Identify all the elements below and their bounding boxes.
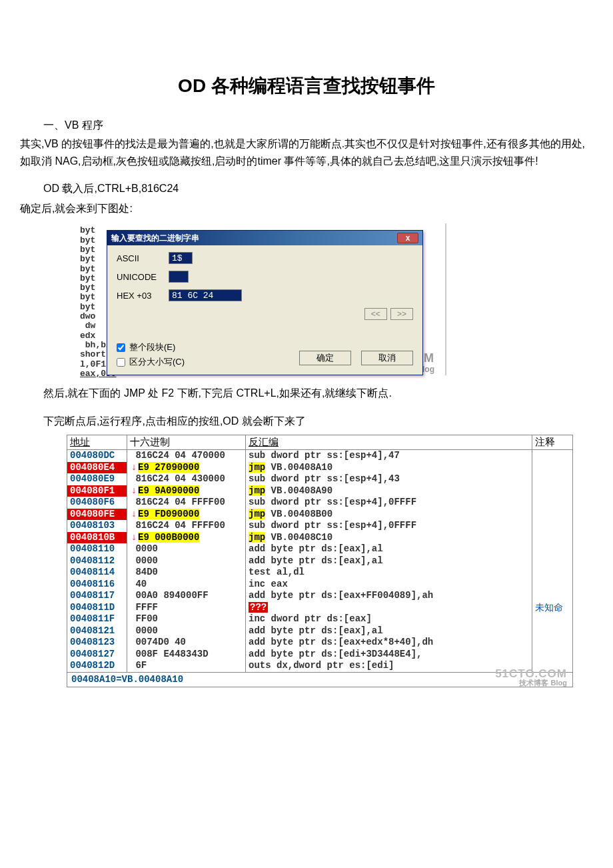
cell-address: 004080FE	[67, 509, 127, 521]
cell-hex: 0000	[127, 555, 246, 567]
cell-address: 0040811D	[67, 602, 127, 614]
ascii-label: ASCII	[117, 253, 169, 263]
disasm-footer: 00408A10=VB.00408A10 51CTO.COM 技术博客 Blog	[67, 672, 572, 687]
hex-input[interactable]: 81 6C 24	[169, 289, 242, 301]
cell-address: 00408116	[67, 579, 127, 591]
cell-comment	[532, 473, 572, 485]
table-row[interactable]: 004080E4↓E9 27090000jmp VB.00408A10	[67, 462, 572, 474]
cell-address: 0040810B	[67, 532, 127, 544]
cell-disasm: test al,dl	[246, 567, 532, 579]
cell-disasm: add byte ptr ds:[eax],al	[246, 555, 532, 567]
table-row[interactable]: 0040811F FF00inc dword ptr ds:[eax]	[67, 613, 572, 625]
cell-address: 00408127	[67, 649, 127, 661]
cell-comment	[532, 450, 572, 462]
cancel-button[interactable]: 取消	[361, 351, 413, 365]
paragraph-1: 其实,VB 的按钮事件的找法是最为普遍的,也就是大家所谓的万能断点.其实也不仅仅…	[20, 135, 593, 169]
cell-disasm: add byte ptr ds:[eax],al	[246, 543, 532, 555]
cell-disasm: jmp VB.00408A90	[246, 485, 532, 497]
cell-address: 004080E9	[67, 473, 127, 485]
header-hex[interactable]: 十六进制	[127, 435, 246, 450]
cell-hex: ↓E9 27090000	[127, 462, 246, 474]
cell-hex: 00A0 894000FF	[127, 590, 246, 602]
cell-disasm: add byte ptr ds:[edi+3D3448E4],	[246, 649, 532, 661]
cell-comment	[532, 497, 572, 509]
unicode-input[interactable]	[169, 271, 189, 283]
cell-address: 00408117	[67, 590, 127, 602]
ascii-input[interactable]: 1$	[169, 252, 193, 264]
nav-next-button[interactable]: >>	[390, 308, 413, 320]
ok-button[interactable]: 确定	[299, 351, 351, 365]
cell-disasm: sub dword ptr ss:[esp+4],47	[246, 450, 532, 462]
table-row[interactable]: 00408123 0074D0 40add byte ptr ds:[eax+e…	[67, 637, 572, 649]
cell-address: 004080E4	[67, 462, 127, 474]
header-comment[interactable]: 注释	[532, 435, 572, 450]
cell-address: 00408114	[67, 567, 127, 579]
table-row[interactable]: 00408127 008F E448343Dadd byte ptr ds:[e…	[67, 649, 572, 661]
table-row[interactable]: 0040811D FFFF???未知命	[67, 602, 572, 614]
cell-hex: FFFF	[127, 602, 246, 614]
cell-hex: 84D0	[127, 567, 246, 579]
table-row[interactable]: 004080F1↓E9 9A090000jmp VB.00408A90	[67, 485, 572, 497]
table-row[interactable]: 004080DC 816C24 04 470000sub dword ptr s…	[67, 450, 572, 462]
cell-comment	[532, 532, 572, 544]
paragraph-5: 下完断点后,运行程序,点击相应的按纽,OD 就会断下来了	[43, 413, 593, 430]
binary-search-dialog: 输入要查找的二进制字串 x ASCII 1$ UNICODE HEX +03 8…	[107, 230, 423, 375]
table-row[interactable]: 00408112 0000add byte ptr ds:[eax],al	[67, 555, 572, 567]
cell-comment	[532, 543, 572, 555]
dialog-title: 输入要查找的二进制字串	[111, 233, 199, 244]
cell-hex: ↓E9 9A090000	[127, 485, 246, 497]
table-row[interactable]: 0040810B↓E9 000B0000jmp VB.00408C10	[67, 532, 572, 544]
watermark-51cto: 51CTO.COM 技术博客 Blog	[495, 668, 567, 687]
cell-comment	[532, 637, 572, 649]
header-address[interactable]: 地址	[67, 435, 127, 450]
table-row[interactable]: 00408114 84D0test al,dl	[67, 567, 572, 579]
page-title: OD 各种编程语言查找按钮事件	[20, 73, 593, 99]
od-search-dialog-screenshot: byt byt byt byt byt byt byt byt byt dwo …	[73, 223, 446, 375]
cell-comment	[532, 625, 572, 637]
table-row[interactable]: 004080E9 816C24 04 430000sub dword ptr s…	[67, 473, 572, 485]
cell-comment	[532, 567, 572, 579]
case-sensitive-checkbox[interactable]	[117, 358, 125, 367]
cell-comment	[532, 613, 572, 625]
cell-address: 00408110	[67, 543, 127, 555]
header-disasm[interactable]: 反汇编	[246, 435, 532, 450]
table-row[interactable]: 00408110 0000add byte ptr ds:[eax],al	[67, 543, 572, 555]
table-row[interactable]: 00408121 0000add byte ptr ds:[eax],al	[67, 625, 572, 637]
cell-address: 004080F1	[67, 485, 127, 497]
table-row[interactable]: 00408103 816C24 04 FFFF00sub dword ptr s…	[67, 520, 572, 532]
close-button[interactable]: x	[397, 233, 418, 243]
cell-hex: FF00	[127, 613, 246, 625]
cell-comment	[532, 520, 572, 532]
cell-disasm: inc eax	[246, 579, 532, 591]
whole-block-checkbox[interactable]	[117, 343, 125, 352]
cell-address: 004080F6	[67, 497, 127, 509]
whole-block-label: 整个段块(E)	[129, 341, 175, 353]
cell-comment: 未知命	[532, 602, 572, 614]
nav-prev-button[interactable]: <<	[364, 308, 387, 320]
hex-label: HEX +03	[117, 291, 169, 301]
unicode-label: UNICODE	[117, 272, 169, 282]
cell-hex: 40	[127, 579, 246, 591]
cell-address: 004080DC	[67, 450, 127, 462]
cell-comment	[532, 509, 572, 521]
table-row[interactable]: 00408116 40inc eax	[67, 579, 572, 591]
cell-hex: 816C24 04 FFFF00	[127, 497, 246, 509]
table-row[interactable]: 00408117 00A0 894000FFadd byte ptr ds:[e…	[67, 590, 572, 602]
cell-disasm: add byte ptr ds:[eax+FF004089],ah	[246, 590, 532, 602]
table-row[interactable]: 004080FE↓E9 FD090000jmp VB.00408B00	[67, 509, 572, 521]
cell-disasm: jmp VB.00408C10	[246, 532, 532, 544]
cell-disasm: sub dword ptr ss:[esp+4],0FFFF	[246, 497, 532, 509]
cell-address: 0040811F	[67, 613, 127, 625]
cell-hex: 6F	[127, 660, 246, 672]
paragraph-2: OD 载入后,CTRL+B,816C24	[43, 180, 593, 197]
cell-disasm: outs dx,dword ptr es:[edi]	[246, 660, 532, 672]
cell-hex: 816C24 04 470000	[127, 450, 246, 462]
cell-disasm: ???	[246, 602, 532, 614]
table-row[interactable]: 004080F6 816C24 04 FFFF00sub dword ptr s…	[67, 497, 572, 509]
cell-disasm: sub dword ptr ss:[esp+4],43	[246, 473, 532, 485]
cell-disasm: add byte ptr ds:[eax+edx*8+40],dh	[246, 637, 532, 649]
cell-hex: 008F E448343D	[127, 649, 246, 661]
cell-hex: 0074D0 40	[127, 637, 246, 649]
cell-disasm: sub dword ptr ss:[esp+4],0FFFF	[246, 520, 532, 532]
cell-comment	[532, 649, 572, 661]
